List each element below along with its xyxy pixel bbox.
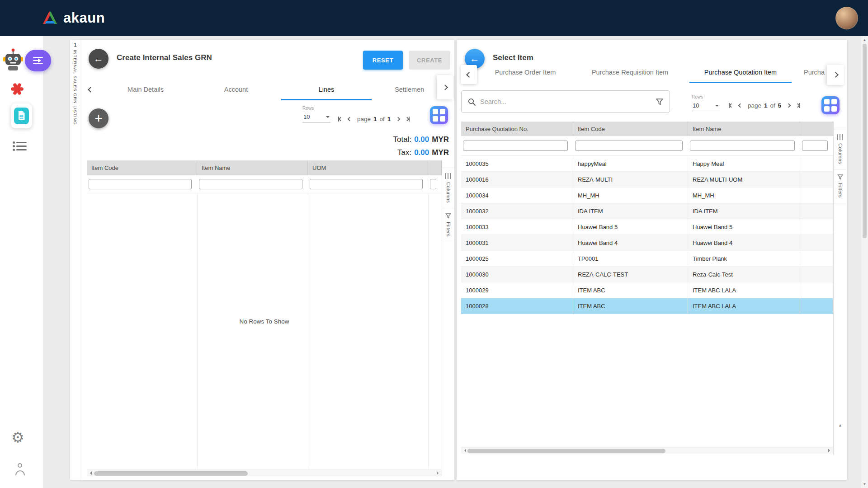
assistant-robot-icon[interactable] (3, 48, 24, 71)
page-indicator: page1of5 (748, 102, 781, 109)
table-row[interactable]: 1000030REZA-CALC-TESTReza-Calc-Test (461, 267, 833, 282)
tab-scroll-left-button[interactable] (461, 65, 477, 84)
scroll-left-arrow[interactable] (88, 471, 92, 475)
tab-scroll-left-button[interactable] (80, 79, 100, 100)
scroll-right-arrow[interactable] (828, 449, 832, 452)
table-row[interactable]: 1000032IDA ITEMIDA ITEM (461, 203, 833, 219)
item-code-filter-input[interactable] (575, 141, 683, 151)
rows-per-page-select[interactable]: 10 (692, 101, 720, 111)
app-logo[interactable]: akaun (42, 0, 105, 36)
tab-purchase-order-item[interactable]: Purchase Order Item (480, 61, 571, 83)
sidebar: ⚙ (0, 36, 43, 488)
scroll-down-arrow[interactable]: ▼ (861, 482, 868, 486)
billing-document-icon[interactable] (11, 103, 32, 128)
page-vertical-scrollbar[interactable]: ▲ ▼ (861, 36, 868, 488)
table-row[interactable]: 1000016REZA-MULTIREZA MULTI-UOM (461, 172, 833, 188)
total-value: 0.00 (414, 133, 429, 146)
tab-main-details[interactable]: Main Details (100, 79, 191, 100)
last-page-button[interactable] (796, 103, 800, 108)
create-button[interactable]: CREATE (409, 51, 450, 70)
search-input[interactable] (480, 98, 656, 105)
scroll-up-arrow[interactable]: ▲ (834, 423, 847, 427)
scrollbar-thumb[interactable] (863, 44, 867, 238)
horizontal-scrollbar[interactable] (87, 469, 442, 476)
tab-purchase-quotation-item[interactable]: Purchase Quotation Item (689, 61, 792, 83)
tab-scroll-right-button[interactable] (437, 75, 453, 99)
table-row[interactable]: 1000035happyMealHappy Meal (461, 156, 833, 172)
table-row[interactable]: 1000033Huawei Band 5Huawei Band 5 (461, 219, 833, 235)
red-app-icon[interactable] (10, 82, 24, 96)
partial-filter-input[interactable] (802, 141, 828, 151)
scroll-up-arrow[interactable]: ▲ (861, 38, 868, 42)
item-code-filter-input[interactable] (89, 179, 192, 189)
table-row[interactable]: 1000034MH_MHMH_MH (461, 188, 833, 203)
item-search-box[interactable] (461, 90, 670, 113)
column-header-partial (428, 160, 442, 175)
filters-tool-tab[interactable]: Filters (834, 169, 847, 203)
scrollbar-thumb[interactable] (94, 471, 248, 476)
item-name-filter-input[interactable] (690, 141, 795, 151)
grn-tabbar: Main Details Account Lines Settlemen (80, 79, 454, 100)
scrollbar-thumb[interactable] (467, 449, 665, 453)
rows-per-page-select[interactable]: 10 (302, 112, 330, 122)
sidebar-menu-toggle[interactable] (25, 50, 51, 71)
dropdown-caret-icon (326, 116, 330, 120)
first-page-button[interactable] (729, 103, 733, 108)
funnel-icon (837, 174, 843, 180)
create-grn-panel: ← Create Internal Sales GRN RESET CREATE… (80, 40, 454, 480)
grid-view-button[interactable] (821, 96, 840, 114)
next-page-button[interactable] (787, 104, 790, 107)
tab-account[interactable]: Account (191, 79, 281, 100)
scroll-left-arrow[interactable] (462, 449, 466, 452)
horizontal-scrollbar[interactable] (461, 447, 833, 454)
back-arrow-icon: ← (94, 54, 104, 64)
vertical-tab-internal-sales-grn-listing[interactable]: 1 INTERNAL SALES GRN LISTING (70, 40, 80, 125)
items-pagination: page1of5 (729, 102, 800, 109)
back-button[interactable]: ← (89, 49, 108, 69)
filters-tool-tab[interactable]: Filters (442, 208, 454, 242)
table-row[interactable]: 1000031Huawei Band 4Huawei Band 4 (461, 235, 833, 251)
column-header-item-code[interactable]: Item Code (87, 160, 197, 175)
column-header-item-code[interactable]: Item Code (573, 122, 688, 136)
tab-scroll-right-button[interactable] (827, 65, 844, 85)
quotation-no-filter-input[interactable] (463, 141, 568, 151)
grid-icon (824, 99, 837, 112)
page-title: Create Internal Sales GRN (117, 53, 212, 62)
user-avatar[interactable] (835, 7, 858, 29)
search-filter-icon[interactable] (656, 99, 663, 105)
item-name-filter-input[interactable] (199, 179, 302, 189)
table-row[interactable]: 1000029ITEM ABCITEM ABC LALA (461, 282, 833, 298)
columns-tool-tab[interactable]: Columns (834, 129, 847, 169)
topbar: akaun (0, 0, 868, 36)
panel-title: Select Item (493, 53, 533, 62)
last-page-button[interactable] (406, 117, 410, 122)
columns-icon (837, 134, 844, 140)
prev-page-button[interactable] (739, 104, 742, 107)
reset-button[interactable]: RESET (363, 51, 403, 70)
column-header-quotation-no[interactable]: Purchase Quotation No. (461, 122, 573, 136)
settings-gear-icon[interactable]: ⚙ (11, 430, 24, 445)
first-page-button[interactable] (338, 117, 342, 122)
listing-menu-icon[interactable] (13, 141, 27, 152)
lines-table-body: No Rows To Show (87, 193, 442, 469)
grid-side-toolbar: Columns Filters ▲ (833, 122, 847, 455)
add-line-button[interactable]: + (89, 108, 108, 128)
table-row-selected[interactable]: 1000028ITEM ABCITEM ABC LALA (461, 298, 833, 314)
columns-tool-tab[interactable]: Columns (442, 168, 454, 208)
totals: Total: 0.00 MYR Tax: 0.00 MYR (393, 133, 449, 159)
profile-icon[interactable] (14, 463, 27, 475)
logo-text: akaun (63, 10, 105, 26)
tab-purchase-requisition-item[interactable]: Purchase Requisition Item (571, 61, 689, 83)
column-header-item-name[interactable]: Item Name (197, 160, 308, 175)
uom-filter-input[interactable] (310, 179, 423, 189)
tab-lines[interactable]: Lines (281, 79, 372, 100)
scroll-right-arrow[interactable] (437, 471, 440, 475)
grid-view-button[interactable] (430, 106, 448, 124)
items-table-body: 1000035happyMealHappy Meal 1000016REZA-M… (461, 156, 833, 314)
next-page-button[interactable] (396, 117, 400, 121)
table-row[interactable]: 1000025TP0001Timber Plank (461, 251, 833, 267)
prev-page-button[interactable] (348, 117, 351, 121)
partial-filter-input[interactable] (430, 179, 436, 189)
column-header-uom[interactable]: UOM (308, 160, 428, 175)
column-header-item-name[interactable]: Item Name (688, 122, 800, 136)
